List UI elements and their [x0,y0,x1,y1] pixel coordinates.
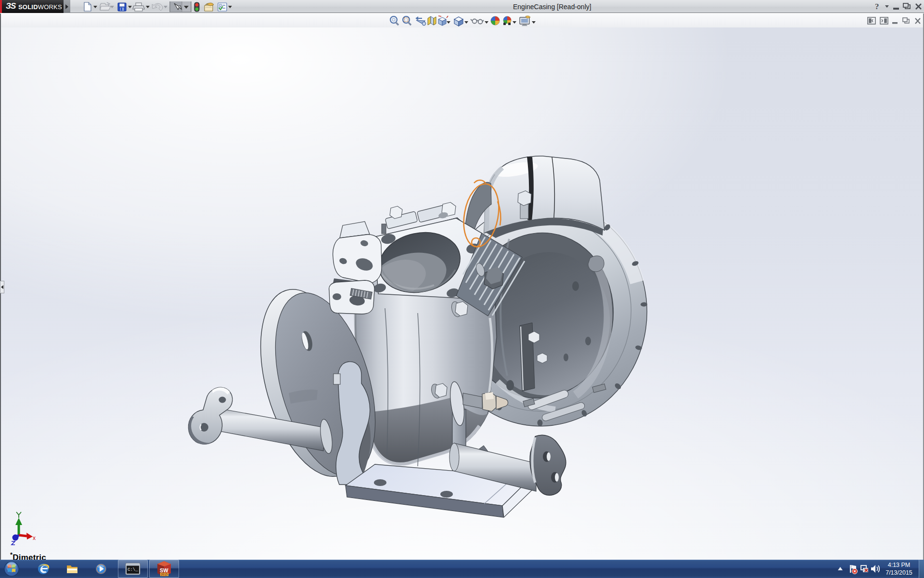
svg-text:C:\_: C:\_ [128,567,138,572]
svg-text:x: x [33,535,36,541]
svg-text:?: ? [875,2,879,11]
svg-text:2015: 2015 [161,573,168,576]
